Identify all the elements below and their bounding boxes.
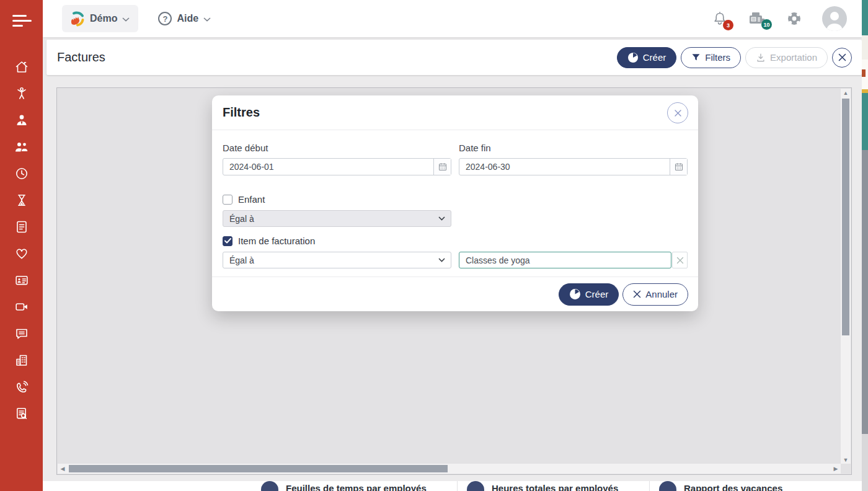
filters-button[interactable]: Filters xyxy=(681,47,741,68)
hourglass-icon xyxy=(14,193,29,208)
close-icon xyxy=(674,109,682,117)
filters-dialog: Filtres Date début Date fin xyxy=(212,95,698,311)
apply-filters-button[interactable]: Créer xyxy=(559,283,619,306)
sidebar-item-contacts[interactable] xyxy=(14,273,30,288)
sidebar-item-attendance[interactable] xyxy=(14,166,30,181)
list-item[interactable]: Rapport des vacances xyxy=(659,481,782,491)
messages-count-badge: 10 xyxy=(761,19,772,30)
sidebar-item-educators[interactable] xyxy=(14,113,30,128)
create-button[interactable]: Créer xyxy=(617,47,677,68)
org-switcher[interactable]: Démo xyxy=(62,5,138,32)
clock-icon xyxy=(14,166,29,181)
pie-icon xyxy=(569,288,581,300)
sidebar-item-waitlist[interactable] xyxy=(14,193,30,208)
divider xyxy=(649,481,650,491)
child-operator-select[interactable]: Égal à xyxy=(223,210,451,227)
notifications-button[interactable]: 3 xyxy=(712,10,728,27)
child-operator-value: Égal à xyxy=(229,214,254,224)
avatar[interactable] xyxy=(822,6,847,31)
help-menu[interactable]: ? Aide xyxy=(152,5,217,32)
dialog-title: Filtres xyxy=(223,105,260,120)
cancel-filters-label: Annuler xyxy=(645,289,678,299)
date-start-input[interactable] xyxy=(223,159,433,175)
dialog-footer: Créer Annuler xyxy=(212,276,698,311)
export-button[interactable]: Exportation xyxy=(745,47,828,68)
scroll-down-arrow[interactable]: ▼ xyxy=(841,456,851,464)
home-icon xyxy=(14,60,29,74)
chat-icon xyxy=(14,326,29,341)
id-card-icon xyxy=(14,273,29,288)
chevron-down-icon xyxy=(438,258,445,262)
sidebar-item-video[interactable] xyxy=(14,299,30,314)
list-item[interactable]: Heures totales par employés xyxy=(467,481,618,491)
report-label: Rapport des vacances xyxy=(684,481,782,491)
topbar-actions: 3 10 xyxy=(712,0,847,37)
billing-item-value-input[interactable] xyxy=(459,252,671,268)
horizontal-scrollbar: ◀ ▶ xyxy=(58,464,841,474)
sidebar-item-children[interactable] xyxy=(14,86,30,101)
report-icon xyxy=(14,406,29,421)
report-label: Heures totales par employés xyxy=(492,481,618,491)
close-icon xyxy=(838,53,846,61)
billing-item-operator-value: Égal à xyxy=(229,255,254,265)
calendar-picker-button[interactable] xyxy=(670,159,687,175)
phone-icon xyxy=(14,379,29,394)
sidebar-item-billing[interactable] xyxy=(14,219,30,234)
child-filter-checkbox[interactable] xyxy=(223,195,232,205)
pie-icon xyxy=(627,52,639,63)
horizontal-scroll-thumb[interactable] xyxy=(69,465,448,472)
date-end-label: Date fin xyxy=(459,143,688,153)
page-header: Factures Créer Filters Exportation xyxy=(46,40,862,75)
chevron-down-icon xyxy=(203,17,211,22)
scroll-right-arrow[interactable]: ▶ xyxy=(831,465,841,473)
educator-icon xyxy=(14,113,29,128)
report-icon xyxy=(659,481,676,491)
list-item[interactable]: Feuilles de temps par employés xyxy=(261,481,427,491)
cancel-filters-button[interactable]: Annuler xyxy=(622,283,688,306)
apply-filters-label: Créer xyxy=(585,289,609,299)
close-dialog-button[interactable] xyxy=(667,102,688,123)
child-icon xyxy=(14,86,29,101)
support-button[interactable] xyxy=(786,11,802,27)
report-icon xyxy=(467,481,484,491)
notification-count-badge: 3 xyxy=(723,20,733,30)
video-camera-icon xyxy=(14,299,29,314)
close-page-button[interactable] xyxy=(832,48,852,68)
sidebar-item-organization[interactable] xyxy=(14,353,30,368)
clear-value-button[interactable] xyxy=(672,252,688,268)
date-start-field-wrap xyxy=(223,158,451,175)
calendar-picker-button[interactable] xyxy=(433,159,451,175)
billing-item-operator-select[interactable]: Égal à xyxy=(223,252,451,268)
messages-button[interactable]: 10 xyxy=(748,11,766,27)
child-filter-label: Enfant xyxy=(238,194,265,205)
date-end-input[interactable] xyxy=(459,159,670,175)
export-button-label: Exportation xyxy=(770,52,817,63)
sidebar-item-health[interactable] xyxy=(14,246,30,261)
sidebar-item-home[interactable] xyxy=(14,60,30,74)
sidebar-item-messages[interactable] xyxy=(14,326,30,341)
vertical-scroll-thumb[interactable] xyxy=(842,99,849,335)
help-icon: ? xyxy=(158,12,172,25)
scroll-left-arrow[interactable]: ◀ xyxy=(58,465,68,473)
sidebar-item-calls[interactable] xyxy=(14,379,30,394)
sidebar xyxy=(0,0,43,491)
sidebar-item-reports[interactable] xyxy=(14,406,30,421)
date-end-field-wrap xyxy=(459,158,688,175)
app-logo-icon xyxy=(68,11,85,27)
heart-icon xyxy=(14,246,29,261)
menu-icon[interactable] xyxy=(12,15,33,29)
page-actions: Créer Filters Exportation xyxy=(617,47,852,68)
org-name: Démo xyxy=(90,13,117,24)
user-icon xyxy=(822,6,847,31)
scroll-up-arrow[interactable]: ▲ xyxy=(841,89,851,97)
calendar-icon xyxy=(675,162,683,171)
billing-item-filter-checkbox[interactable] xyxy=(223,236,232,246)
report-icon xyxy=(261,481,278,491)
date-start-label: Date début xyxy=(223,143,451,153)
close-icon xyxy=(633,290,641,298)
create-button-label: Créer xyxy=(643,52,666,63)
clear-icon xyxy=(676,257,684,264)
vertical-scrollbar: ▲ ▼ xyxy=(841,89,851,464)
filter-icon xyxy=(691,53,701,62)
sidebar-item-families[interactable] xyxy=(14,139,30,154)
